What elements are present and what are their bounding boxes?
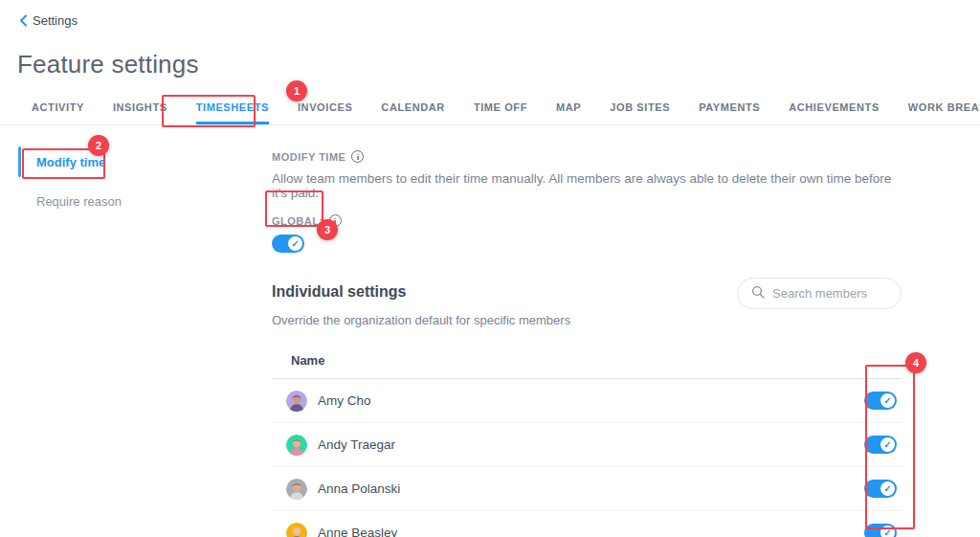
- name-column-header: Name: [272, 353, 902, 379]
- section-description: Allow team members to edit their time ma…: [272, 171, 902, 200]
- page-title: Feature settings: [17, 50, 199, 79]
- chevron-left-icon: [19, 14, 28, 27]
- feature-tabs: ACTIVITY INSIGHTS TIMESHEETS INVOICES CA…: [0, 97, 980, 125]
- member-toggle[interactable]: [864, 480, 897, 498]
- tab-calendar[interactable]: CALENDAR: [381, 101, 445, 124]
- section-label: MODIFY TIME: [272, 151, 345, 163]
- back-to-settings-link[interactable]: Settings: [19, 13, 78, 28]
- info-icon[interactable]: [351, 150, 364, 163]
- table-row: Anna Polanski: [272, 467, 902, 511]
- table-row: Andy Traegar: [272, 423, 902, 467]
- tab-activity[interactable]: ACTIVITY: [32, 101, 84, 124]
- member-toggle[interactable]: [864, 524, 897, 537]
- avatar: [286, 391, 307, 412]
- global-toggle[interactable]: [272, 235, 304, 253]
- individual-settings-subheading: Override the organization default for sp…: [272, 313, 570, 327]
- check-icon: [880, 481, 895, 496]
- sidebar-item-require-reason[interactable]: Require reason: [0, 186, 258, 216]
- tab-invoices[interactable]: INVOICES: [298, 101, 352, 124]
- table-row: Amy Cho: [272, 379, 902, 423]
- tab-payments[interactable]: PAYMENTS: [699, 101, 760, 124]
- tab-map[interactable]: MAP: [556, 101, 581, 124]
- avatar: [286, 523, 307, 537]
- search-members-box[interactable]: [737, 278, 902, 309]
- info-icon[interactable]: [329, 214, 342, 227]
- search-members-input[interactable]: [772, 286, 887, 301]
- back-link-label: Settings: [33, 13, 78, 28]
- individual-settings-heading: Individual settings: [272, 283, 570, 301]
- member-toggle[interactable]: [864, 392, 897, 410]
- feature-settings-page: Settings Feature settings ACTIVITY INSIG…: [0, 0, 980, 537]
- sidebar-item-label: Require reason: [36, 194, 122, 209]
- tab-job-sites[interactable]: JOB SITES: [610, 101, 670, 124]
- member-toggle[interactable]: [864, 436, 897, 454]
- avatar: [286, 435, 307, 456]
- search-icon: [751, 285, 765, 302]
- member-name: Anna Polanski: [318, 481, 400, 496]
- content-area: Modify time Require reason MODIFY TIME A…: [0, 125, 980, 537]
- avatar: [286, 479, 307, 500]
- tab-work-breaks[interactable]: WORK BREAKS: [908, 101, 980, 124]
- sidebar-item-label: Modify time: [36, 155, 105, 169]
- check-icon: [288, 236, 302, 251]
- global-label: GLOBAL:: [272, 215, 323, 227]
- member-name: Amy Cho: [318, 393, 371, 408]
- tab-insights[interactable]: INSIGHTS: [113, 101, 167, 124]
- members-table: Name Amy Cho: [272, 353, 902, 537]
- table-row: Anne Beasley: [272, 511, 902, 537]
- tab-time-off[interactable]: TIME OFF: [474, 101, 527, 124]
- check-icon: [880, 437, 895, 452]
- modify-time-panel: MODIFY TIME Allow team members to edit t…: [258, 125, 902, 537]
- member-name: Anne Beasley: [318, 526, 397, 537]
- check-icon: [880, 526, 895, 537]
- individual-settings-header: Individual settings Override the organiz…: [272, 278, 570, 327]
- tab-achievements[interactable]: ACHIEVEMENTS: [789, 101, 880, 124]
- sidebar-item-modify-time[interactable]: Modify time: [0, 146, 258, 177]
- check-icon: [880, 393, 895, 408]
- tab-timesheets[interactable]: TIMESHEETS: [196, 101, 269, 124]
- member-name: Andy Traegar: [318, 437, 395, 452]
- timesheets-sidebar: Modify time Require reason: [0, 125, 258, 537]
